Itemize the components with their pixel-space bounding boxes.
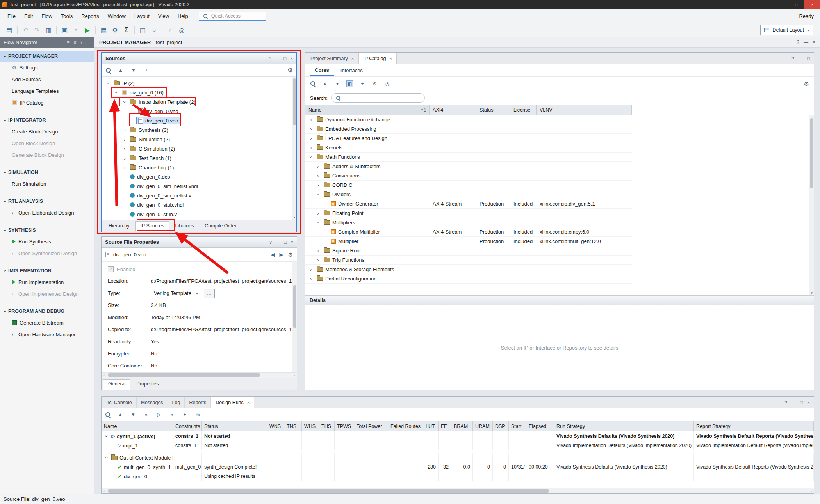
ip-settings-icon[interactable]: ⚙ (371, 80, 378, 87)
minimize-icon[interactable]: — (791, 400, 796, 405)
tab-log[interactable]: Log (168, 397, 185, 408)
source-tree-item-div-gen-0-veo[interactable]: div_gen_0.veo (102, 116, 296, 125)
column-header-status[interactable]: Status (202, 421, 267, 431)
runs-horizontal-scrollbar[interactable]: ‹ › (102, 488, 814, 493)
collapse-all-icon[interactable]: ▲ (321, 80, 328, 87)
float-icon[interactable]: □ (284, 240, 287, 245)
column-header-tns[interactable]: TNS (284, 421, 302, 431)
delete-icon[interactable]: × (71, 25, 81, 35)
column-header-ff[interactable]: FF (439, 421, 451, 431)
flow-item-run-synthesis[interactable]: Run Synthesis (0, 236, 94, 247)
edit-icon[interactable]: ∕ (165, 25, 176, 35)
column-header-wns[interactable]: WNS (267, 421, 284, 431)
chevron-down-icon[interactable]: › (122, 99, 127, 105)
ip-catalog-row-multipliers[interactable]: ›Multipliers (305, 218, 632, 227)
undo-icon[interactable]: ↶ (20, 25, 31, 35)
sources-vertical-scrollbar[interactable]: ▾ (292, 77, 296, 220)
chevron-right-icon[interactable]: › (308, 267, 314, 272)
menu-item-edit[interactable]: Edit (20, 13, 37, 19)
column-header-uram[interactable]: URAM (473, 421, 493, 431)
design-run-row-out-of-context-module-runs[interactable]: ›Out-of-Context Module Runs (102, 453, 814, 462)
source-tree-item-c-simulation-2[interactable]: ›C Simulation (2) (102, 144, 296, 153)
search-icon[interactable] (310, 81, 316, 87)
minimize-icon[interactable]: — (276, 240, 280, 245)
chevron-right-icon[interactable]: › (121, 156, 128, 161)
source-tree-item-change-log-1[interactable]: ›Change Log (1) (102, 163, 296, 172)
source-tree-item-div-gen-0-sim-netlist-v[interactable]: div_gen_0_sim_netlist.v (102, 191, 296, 200)
column-header-axi4[interactable]: AXI4 (430, 105, 476, 115)
source-tree-item-div-gen-0-dcp[interactable]: div_gen_0.dcp (102, 172, 296, 181)
column-header-status[interactable]: Status (476, 105, 510, 115)
ip-catalog-row-trig-functions[interactable]: ›Trig Functions (305, 256, 632, 265)
scrollbar-thumb[interactable] (108, 489, 549, 493)
column-header-run-strategy[interactable]: Run Strategy (554, 421, 694, 431)
tab-libraries[interactable]: Libraries (170, 221, 199, 232)
scrollbar-thumb[interactable] (108, 373, 260, 377)
flow-item-open-synthesized-design[interactable]: ›Open Synthesized Design (0, 247, 94, 259)
details-section-header[interactable]: Details (305, 295, 814, 305)
source-tree-item-div-gen-0-vho[interactable]: div_gen_0.vho (102, 106, 296, 116)
minimize-icon[interactable]: — (86, 40, 90, 45)
tab-compile-order[interactable]: Compile Order (200, 221, 241, 232)
scroll-down-icon[interactable]: ▾ (292, 215, 296, 219)
flow-section-simulation[interactable]: ›SIMULATION (0, 167, 94, 178)
source-tree-item-test-bench-1[interactable]: ›Test Bench (1) (102, 153, 296, 163)
tab-project-summary[interactable]: Project Summary× (306, 53, 358, 64)
ip-catalog-row-complex-multiplier[interactable]: Complex MultiplierAXI4-StreamProductionI… (305, 227, 632, 237)
ip-catalog-row-dynamic-function-exchange[interactable]: ›Dynamic Function eXchange (305, 115, 632, 124)
menu-item-window[interactable]: Window (103, 13, 130, 19)
ip-catalog-row-fpga-features-and-design[interactable]: ›FPGA Features and Design (305, 134, 632, 143)
chevron-right-icon[interactable]: › (121, 137, 128, 142)
column-header-failed-routes[interactable]: Failed Routes (388, 421, 423, 431)
column-header-report-strategy[interactable]: Report Strategy (694, 421, 814, 431)
help-icon[interactable]: ? (269, 56, 271, 61)
sort-icon[interactable]: ⇵ (73, 40, 77, 45)
type-select[interactable]: Verilog Template▾ (151, 289, 201, 298)
column-header-start[interactable]: Start (509, 421, 526, 431)
menu-item-layout[interactable]: Layout (130, 13, 154, 19)
ip-catalog-row-square-root[interactable]: ›Square Root (305, 246, 632, 256)
float-icon[interactable]: □ (283, 56, 286, 61)
scroll-right-icon[interactable]: › (808, 488, 814, 494)
open-project-icon[interactable]: ▤ (4, 25, 14, 35)
column-header-whs[interactable]: WHS (302, 421, 319, 431)
enabled-checkbox[interactable]: ✓ (108, 266, 114, 272)
window-close-button[interactable]: × (804, 0, 820, 9)
window-minimize-button[interactable]: — (773, 0, 789, 9)
ip-catalog-row-math-functions[interactable]: ›Math Functions (305, 153, 632, 162)
close-icon[interactable]: × (389, 56, 392, 61)
dock-icon[interactable]: ≡ (67, 40, 69, 45)
chevron-right-icon[interactable]: › (308, 145, 314, 150)
column-header-constraints[interactable]: Constraints (173, 421, 202, 431)
help-icon[interactable]: ? (784, 400, 787, 405)
relative-units-icon[interactable]: % (194, 411, 201, 418)
layout-grid-icon[interactable]: ◫ (137, 25, 148, 35)
float-icon[interactable]: □ (800, 400, 803, 405)
source-tree-item-div-gen-0-stub-vhdl[interactable]: div_gen_0_stub.vhdl (102, 200, 296, 209)
more-button[interactable]: … (204, 289, 215, 298)
design-run-row-div-gen-0[interactable]: ✓div_gen_0Using cached IP results (102, 472, 814, 481)
chevron-down-icon[interactable]: › (104, 455, 109, 460)
tab-messages[interactable]: Messages (137, 397, 168, 408)
flow-item-open-implemented-design[interactable]: ›Open Implemented Design (0, 288, 94, 300)
menu-item-file[interactable]: File (3, 13, 20, 19)
tab-hierarchy[interactable]: Hierarchy (103, 221, 135, 232)
close-icon[interactable]: × (351, 56, 354, 61)
ip-catalog-row-floating-point[interactable]: ›Floating Point (305, 209, 632, 218)
help-icon[interactable]: ? (797, 39, 799, 45)
ip-catalog-row-dividers[interactable]: ›Dividers (305, 190, 632, 199)
tab-properties[interactable]: Properties (131, 379, 164, 390)
tab-reports[interactable]: Reports (185, 397, 211, 408)
chevron-right-icon[interactable]: › (315, 211, 321, 216)
ip-catalog-row-adders-subtracters[interactable]: ›Adders & Subtracters (305, 162, 632, 171)
properties-horizontal-scrollbar[interactable]: ‹ › (102, 372, 297, 378)
add-repository-icon[interactable]: + (359, 80, 366, 87)
column-header-tpws[interactable]: TPWS (335, 421, 354, 431)
expand-all-icon[interactable]: ▼ (130, 411, 137, 418)
close-icon[interactable]: × (291, 240, 293, 245)
copy-icon[interactable]: ▣ (59, 25, 70, 35)
menu-item-view[interactable]: View (154, 13, 173, 19)
ip-catalog-row-memories-storage-elements[interactable]: ›Memories & Storage Elements (305, 265, 632, 274)
source-tree-item-div-gen-0-stub-v[interactable]: div_gen_0_stub.v (102, 209, 296, 219)
ip-catalog-row-kernels[interactable]: ›Kernels (305, 143, 632, 153)
